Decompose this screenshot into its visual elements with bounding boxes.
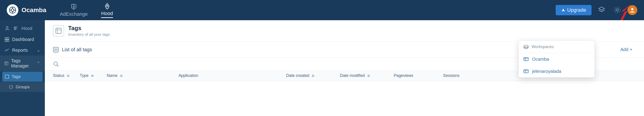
svg-rect-13 xyxy=(5,38,7,39)
col-type: Type xyxy=(80,73,107,78)
page-title: Tags xyxy=(68,25,110,32)
svg-rect-20 xyxy=(5,75,9,78)
nav-item-hood-label: Hood xyxy=(101,11,113,17)
col-date-modified: Date modified xyxy=(340,73,394,78)
sidebar-item-reports-label: Reports xyxy=(12,48,28,53)
nav-item-adexchange-label: AdExchange xyxy=(60,11,88,17)
dropdown-header: Workspaces xyxy=(519,41,594,53)
dropdown-item-jelenaroyalada-label: jelenaroyalada xyxy=(532,69,561,74)
upgrade-button[interactable]: Upgrade xyxy=(556,5,592,15)
sort-type-icon[interactable] xyxy=(90,74,94,78)
sort-name-icon[interactable] xyxy=(119,74,123,78)
col-application: Application xyxy=(178,73,286,78)
app-name: Ocamba xyxy=(22,7,46,14)
svg-rect-49 xyxy=(524,70,528,73)
page-header: Tags Inventory of all your tags xyxy=(45,20,644,42)
top-nav-right: Upgrade xyxy=(556,4,637,16)
sidebar-item-tags-manager[interactable]: Tags Manager ⌃ xyxy=(0,56,45,71)
tags-manager-chevron-icon: ⌃ xyxy=(36,61,40,66)
page-icon xyxy=(53,25,64,36)
top-nav-items: AdExchange Hood xyxy=(60,3,556,18)
col-name: Name xyxy=(107,73,178,78)
svg-rect-15 xyxy=(5,40,7,42)
add-button[interactable]: Add + xyxy=(617,45,636,54)
col-status: Status xyxy=(53,73,80,78)
workspaces-header-icon xyxy=(523,44,529,50)
nav-item-adexchange[interactable]: AdExchange xyxy=(60,3,88,17)
sort-status-icon[interactable] xyxy=(66,74,70,78)
reports-chevron-icon: ⌄ xyxy=(36,47,40,53)
sidebar-item-tags-manager-label: Tags Manager xyxy=(11,58,34,69)
svg-rect-21 xyxy=(56,28,61,34)
dropdown-item-ocamba-label: Ocamba xyxy=(532,57,549,62)
logo-icon xyxy=(7,4,18,16)
svg-rect-17 xyxy=(5,62,8,65)
col-pageviews: Pageviews xyxy=(394,73,443,78)
settings-icon-button[interactable] xyxy=(612,4,623,16)
svg-point-1 xyxy=(11,9,14,12)
svg-point-6 xyxy=(73,6,74,8)
dropdown-item-jelenaroyalada[interactable]: jelenaroyalada xyxy=(519,65,594,77)
dropdown-header-label: Workspaces xyxy=(532,45,554,49)
svg-rect-46 xyxy=(524,58,528,61)
sidebar-item-reports[interactable]: Reports ⌄ xyxy=(0,45,45,56)
user-avatar[interactable] xyxy=(628,5,637,15)
workspace-jelenaroyalada-icon xyxy=(523,68,529,74)
svg-rect-14 xyxy=(7,38,9,39)
col-date-created: Date created xyxy=(286,73,340,78)
sidebar: Hood Dashboard Reports ⌄ Tags xyxy=(0,20,45,116)
layers-icon-button[interactable] xyxy=(596,4,607,16)
svg-point-11 xyxy=(631,8,634,10)
sidebar-item-dashboard-label: Dashboard xyxy=(12,37,34,42)
sidebar-item-dashboard[interactable]: Dashboard xyxy=(0,34,45,45)
dropdown-item-ocamba[interactable]: Ocamba xyxy=(519,53,594,65)
top-nav: Ocamba AdExchange Hood Upgrade xyxy=(0,0,644,20)
list-icon xyxy=(53,47,59,53)
sort-date-created-icon[interactable] xyxy=(311,74,315,78)
page-title-block: Tags Inventory of all your tags xyxy=(68,25,110,37)
page-subtitle: Inventory of all your tags xyxy=(68,32,110,37)
sidebar-sub-item-tags-label: Tags xyxy=(12,74,21,79)
svg-point-12 xyxy=(6,27,8,28)
nav-item-hood[interactable]: Hood xyxy=(101,3,113,18)
logo[interactable]: Ocamba xyxy=(7,4,46,16)
workspace-ocamba-icon xyxy=(523,56,529,62)
svg-line-29 xyxy=(57,65,58,66)
svg-point-9 xyxy=(106,5,108,6)
sidebar-sub-item-groups-label: Groups xyxy=(16,84,30,89)
sidebar-title: Hood xyxy=(22,26,32,31)
sidebar-sub-item-tags[interactable]: Tags xyxy=(2,72,42,82)
sort-date-modified-icon[interactable] xyxy=(366,74,371,78)
svg-point-10 xyxy=(616,9,618,11)
search-icon[interactable] xyxy=(53,61,59,67)
section-title: List of all tags xyxy=(62,47,92,53)
sidebar-top: Hood xyxy=(0,23,45,34)
svg-rect-16 xyxy=(7,40,9,42)
sidebar-sub-item-groups[interactable]: Groups xyxy=(0,82,45,92)
